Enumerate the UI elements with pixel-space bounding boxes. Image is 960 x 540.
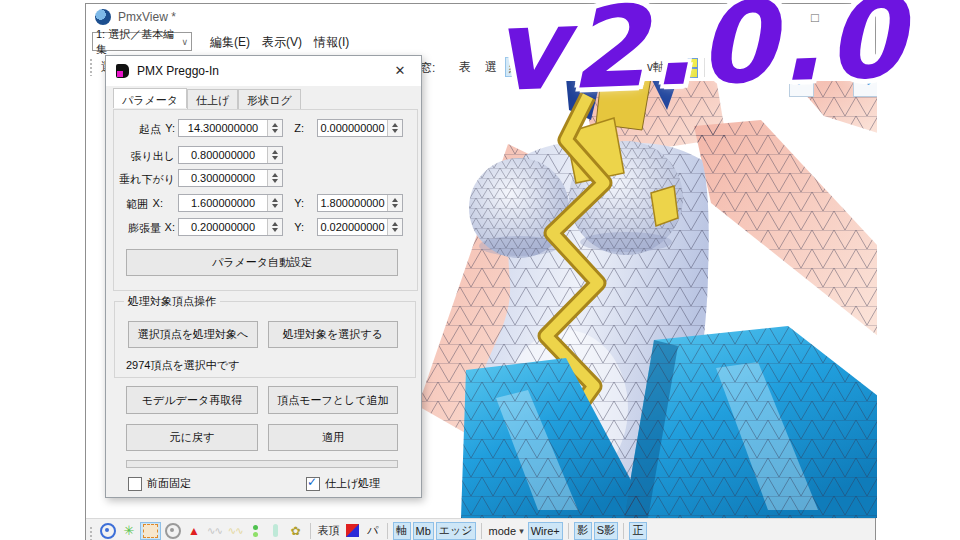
chevron-down-icon: ▾ — [519, 526, 524, 536]
origin-y-field[interactable]: 14.300000000 — [178, 119, 283, 137]
dialog-close-button[interactable]: ✕ — [385, 60, 415, 82]
pale-pill-icon — [273, 524, 278, 537]
range-y-field[interactable]: 1.800000000 — [317, 194, 403, 212]
to-target-button[interactable]: 選択頂点を処理対象へ — [128, 321, 258, 348]
vertex-group-title: 処理対象頂点操作 — [124, 294, 220, 309]
range-x-label: X: — [151, 197, 163, 209]
expansion-y-field[interactable]: 0.020000000 — [317, 218, 403, 236]
separator — [623, 523, 624, 539]
tab-shape-log[interactable]: 形状ログ — [238, 89, 301, 109]
tab-parameters[interactable]: パラメータ — [113, 88, 187, 108]
revert-button[interactable]: 元に戻す — [126, 424, 258, 451]
show-vertex-button[interactable]: 表頂 — [316, 522, 342, 540]
blue-ring-icon — [100, 523, 116, 539]
dialog-title-bar[interactable]: PMX Preggo-In ✕ — [106, 56, 421, 86]
spinner[interactable] — [267, 195, 282, 211]
vertex-status-text: 2974頂点を選択中です — [126, 358, 239, 373]
dialog-tabs: パラメータ 仕上げ 形状ログ — [113, 89, 301, 109]
shadow-toggle-button[interactable]: 影 — [574, 522, 592, 540]
perspective-button[interactable]: パ — [364, 522, 382, 540]
origin-y-label: Y: — [163, 122, 175, 134]
auto-param-button[interactable]: パラメータ自動設定 — [126, 249, 398, 276]
range-label: 範囲 — [118, 197, 148, 212]
apply-button[interactable]: 適用 — [268, 424, 398, 451]
pill-icon-button[interactable] — [267, 522, 285, 540]
range-x-field[interactable]: 1.600000000 — [178, 194, 283, 212]
version-overlay-text: v2.0.0 — [490, 0, 960, 116]
window-title: PmxView * — [118, 10, 176, 24]
checkbox-box[interactable] — [306, 477, 320, 491]
material-color-button[interactable] — [344, 522, 362, 540]
mode-label: mode — [489, 525, 517, 537]
sag-label: 垂れ下がり — [114, 172, 175, 187]
edge-toggle-button[interactable]: エッジ — [436, 522, 476, 540]
vertex-mode-icon[interactable] — [98, 522, 118, 540]
menu-edit[interactable]: 編集(E) — [210, 34, 250, 51]
checkbox-box[interactable] — [128, 477, 142, 491]
spinner[interactable] — [387, 195, 402, 211]
bottom-toolbar: ✳ ▲ ∿∿ ∿∿ ✿ 表頂 パ 軸 Mb エッジ mode ▾ Wire+ 影… — [86, 518, 875, 540]
chevron-down-icon: ∨ — [181, 37, 188, 47]
gray-ring-icon-button[interactable] — [163, 522, 183, 540]
front-view-button[interactable]: 正 — [629, 522, 647, 540]
orange-dashed-box-icon — [143, 524, 158, 538]
triangle-icon-button[interactable]: ▲ — [185, 522, 203, 540]
spinner[interactable] — [387, 120, 402, 136]
wireframe-model — [416, 81, 877, 518]
select-box-icon-button[interactable] — [140, 522, 161, 540]
flower-icon-button[interactable]: ✿ — [287, 522, 305, 540]
app-icon — [95, 9, 111, 25]
origin-z-field[interactable]: 0.000000000 — [317, 119, 403, 137]
edit-mode-label: 1: 選択／基本編集 — [96, 27, 181, 57]
expansion-label: 膨張量 — [118, 221, 161, 236]
expansion-y-label: Y: — [292, 221, 304, 233]
mb-toggle-button[interactable]: Mb — [413, 522, 434, 540]
origin-z-label: Z: — [292, 122, 304, 134]
overhang-label: 張り出し — [114, 149, 175, 164]
self-shadow-toggle-button[interactable]: S影 — [594, 522, 618, 540]
sag-field[interactable]: 0.300000000 — [178, 169, 283, 187]
material-color-icon — [346, 524, 359, 537]
reload-model-button[interactable]: モデルデータ再取得 — [126, 386, 258, 414]
separator — [387, 523, 388, 539]
expansion-x-label: X: — [163, 221, 175, 233]
bottombar-grip[interactable] — [89, 526, 93, 540]
mesh-burst-icon[interactable]: ✳ — [120, 522, 138, 540]
toolbar-grip[interactable] — [89, 58, 93, 76]
separator — [310, 523, 311, 539]
select-target-button[interactable]: 処理対象を選択する — [268, 321, 398, 348]
menu-view[interactable]: 表示(V) — [262, 34, 302, 51]
add-morph-button[interactable]: 頂点モーフとして追加 — [268, 386, 398, 414]
plugin-icon — [116, 64, 129, 78]
progress-bar — [126, 460, 398, 468]
spinner[interactable] — [387, 219, 402, 235]
green-dots-icon — [253, 525, 258, 530]
menu-info[interactable]: 情報(I) — [314, 34, 349, 51]
wire-plus-button[interactable]: Wire+ — [528, 522, 563, 540]
wave-yellow-icon[interactable]: ∿∿ — [226, 522, 245, 540]
pmx-preggo-in-dialog: PMX Preggo-In ✕ パラメータ 仕上げ 形状ログ 起点 Y: 14.… — [105, 55, 422, 498]
edit-mode-select[interactable]: 1: 選択／基本編集 ∨ — [92, 32, 192, 51]
finish-label: 仕上げ処理 — [325, 476, 380, 491]
spinner[interactable] — [267, 120, 282, 136]
wave-disabled-icon[interactable]: ∿∿ — [205, 522, 224, 540]
overhang-field[interactable]: 0.800000000 — [178, 146, 283, 164]
tab-finish[interactable]: 仕上げ — [187, 89, 238, 109]
spinner[interactable] — [267, 147, 282, 163]
separator — [568, 523, 569, 539]
dialog-title: PMX Preggo-In — [137, 64, 219, 78]
front-fix-checkbox[interactable]: 前面固定 — [128, 476, 191, 491]
toolbar-front-button[interactable]: 表 — [453, 57, 477, 77]
range-y-label: Y: — [292, 197, 304, 209]
front-fix-label: 前面固定 — [147, 476, 191, 491]
spinner[interactable] — [267, 219, 282, 235]
bone-dots-icon-button[interactable] — [247, 522, 265, 540]
spinner[interactable] — [267, 170, 282, 186]
finish-checkbox[interactable]: 仕上げ処理 — [306, 476, 380, 491]
toolbar-window-label: 窓: — [420, 60, 435, 77]
mode-dropdown[interactable]: mode ▾ — [487, 522, 526, 540]
expansion-x-field[interactable]: 0.200000000 — [178, 218, 283, 236]
axis-toggle-button[interactable]: 軸 — [393, 522, 411, 540]
gray-ring-icon — [165, 523, 181, 539]
origin-label: 起点 — [118, 122, 161, 137]
